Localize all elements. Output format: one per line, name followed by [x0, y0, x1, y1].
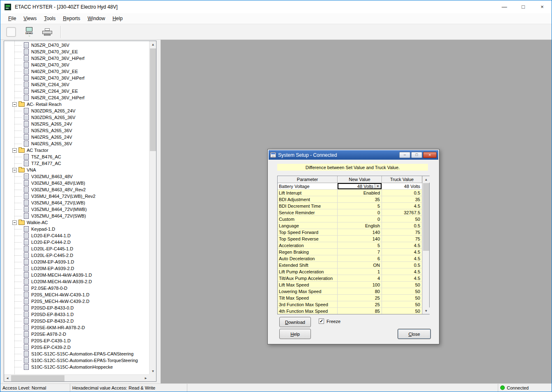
- dropdown-arrow-icon[interactable]: ▼: [375, 184, 381, 188]
- tree-item[interactable]: N40ZRS_A265_36V: [4, 140, 149, 147]
- scroll-right-icon[interactable]: ►: [143, 375, 149, 382]
- tree-item[interactable]: V30ZMU_B463_48V_Rev2: [4, 186, 149, 193]
- column-header-truck-value[interactable]: Truck Value: [382, 176, 422, 183]
- menu-views[interactable]: Views: [20, 14, 40, 23]
- download-button[interactable]: Download: [279, 317, 311, 327]
- collapse-icon[interactable]: [12, 102, 17, 107]
- new-value-combobox[interactable]: 48 Volts▼: [338, 183, 382, 190]
- maximize-button[interactable]: □: [514, 0, 533, 13]
- new-value[interactable]: 4: [338, 275, 382, 282]
- tree-item[interactable]: N45ZR_C264_36V: [4, 81, 149, 88]
- dialog-maximize-button[interactable]: □: [411, 152, 422, 158]
- tree-item[interactable]: P20S-EP-C439-2.D: [4, 344, 149, 351]
- tree-item[interactable]: N35ZRS_A265_36V: [4, 127, 149, 134]
- table-vertical-scrollbar[interactable]: ▲ ▼: [422, 176, 429, 314]
- tree-item[interactable]: V35ZMU_B464_72V(MWB): [4, 206, 149, 213]
- menu-window[interactable]: Window: [84, 14, 109, 23]
- new-value[interactable]: 5: [338, 242, 382, 249]
- tree-item[interactable]: N35ZR_D470_36V_EE: [4, 48, 149, 55]
- tree-item[interactable]: P20SD-EP-B433-2.D: [4, 318, 149, 324]
- table-vscroll-thumb[interactable]: [423, 183, 429, 251]
- tree-folder[interactable]: VNA: [4, 167, 149, 173]
- menu-help[interactable]: Help: [109, 14, 126, 23]
- scroll-down-icon[interactable]: ▼: [150, 368, 156, 374]
- dialog-title-bar[interactable]: System Setup - Connected – □ ×: [269, 150, 438, 160]
- demo-mode-button[interactable]: DEMO →: [23, 25, 36, 39]
- column-header-new-value[interactable]: New Value: [338, 176, 382, 183]
- new-value[interactable]: 5: [338, 203, 382, 209]
- collapse-icon[interactable]: [12, 220, 17, 225]
- tree-item[interactable]: N40ZR_D470_36V: [4, 62, 149, 68]
- new-value[interactable]: 100: [338, 282, 382, 288]
- tree-item[interactable]: LO20L-EP-C445-1.D: [4, 245, 149, 252]
- tree-folder[interactable]: AC- Retail Reach: [4, 101, 149, 108]
- tree-item[interactable]: LO20L-EP-C445-2.D: [4, 252, 149, 259]
- menu-reports[interactable]: Reports: [59, 14, 84, 23]
- tree-item[interactable]: LO20-EP-C444-2.D: [4, 239, 149, 245]
- tree-item[interactable]: LO20-EP-C444-1.D: [4, 232, 149, 239]
- tree-vertical-scrollbar[interactable]: ▲ ▼: [149, 41, 156, 374]
- tree-item[interactable]: S10C-S12C-S15C-AutomationHoppecke: [4, 364, 149, 370]
- tree-folder[interactable]: Walkie-AC: [4, 219, 149, 226]
- new-value[interactable]: 0: [338, 209, 382, 216]
- new-value[interactable]: 140: [338, 236, 382, 242]
- tree-item[interactable]: LO20M-EP-A939-1.D: [4, 259, 149, 265]
- help-button[interactable]: Help: [279, 329, 311, 339]
- tree-item[interactable]: N35ZRS_A265_24V: [4, 121, 149, 127]
- tree-item[interactable]: P20S-EP-C439-1.D: [4, 337, 149, 344]
- close-dialog-button[interactable]: Close: [398, 329, 431, 339]
- new-value[interactable]: Enabled: [338, 190, 382, 196]
- tree-item[interactable]: N40ZRS_A265_24V: [4, 134, 149, 140]
- new-value[interactable]: 7: [338, 249, 382, 255]
- table-scroll-up-icon[interactable]: ▲: [423, 176, 430, 183]
- tree-item[interactable]: P20S_MECH-4kW-C439-1.D: [4, 291, 149, 298]
- freeze-checkbox[interactable]: [319, 319, 324, 324]
- close-button[interactable]: ×: [533, 0, 552, 13]
- tree-item[interactable]: N30ZDRS_A265_36V: [4, 114, 149, 121]
- tree-item[interactable]: N45ZR_C264_36V_EE: [4, 88, 149, 94]
- new-value[interactable]: 35: [338, 196, 382, 203]
- tree-item[interactable]: P20SD-EP-B433-0.D: [4, 305, 149, 311]
- new-value[interactable]: 0: [338, 216, 382, 222]
- tree-item[interactable]: LO20M-EP-A939-2.D: [4, 265, 149, 272]
- tree-item[interactable]: Keypad-1.D: [4, 226, 149, 232]
- new-value[interactable]: 6: [338, 255, 382, 262]
- dialog-close-icon[interactable]: ×: [423, 152, 437, 158]
- tree-item[interactable]: V30ZMU_B463_48V(LWB): [4, 180, 149, 186]
- tree-item[interactable]: N35ZR_D470_36V: [4, 42, 149, 48]
- tree-hscroll-thumb[interactable]: [11, 375, 64, 381]
- tree-item[interactable]: N40ZR_D470_36V_EE: [4, 68, 149, 75]
- print-button[interactable]: [41, 25, 54, 39]
- tree-item[interactable]: P20SE-A978-2-D: [4, 331, 149, 337]
- new-value[interactable]: 1: [338, 268, 382, 275]
- tree-item[interactable]: V35MU_B464_72V(LWB)_Rev2: [4, 193, 149, 199]
- tree-horizontal-scrollbar[interactable]: ◄ ►: [4, 374, 149, 381]
- new-value[interactable]: 140: [338, 229, 382, 236]
- scroll-left-icon[interactable]: ◄: [4, 375, 11, 382]
- new-value[interactable]: ON: [338, 262, 382, 268]
- scroll-up-icon[interactable]: ▲: [150, 41, 156, 48]
- tree-item[interactable]: P20S_MECH-4kW-C439-2.D: [4, 298, 149, 305]
- tree-item[interactable]: N45ZR_C264_36V_HiPerf: [4, 94, 149, 101]
- collapse-icon[interactable]: [12, 148, 17, 153]
- tree-item[interactable]: N40ZR_D470_36V_HiPerf: [4, 75, 149, 81]
- tree-item[interactable]: V35ZMU_B464_72V(SWB): [4, 213, 149, 219]
- new-value[interactable]: 25: [338, 295, 382, 301]
- tree-item[interactable]: P2.0SE-A978-0-D: [4, 285, 149, 291]
- menu-file[interactable]: File: [5, 14, 20, 23]
- tree-item[interactable]: T5Z_B476_AC: [4, 154, 149, 160]
- tree-item[interactable]: S10C-S12C-S15C-Automation-EPAS-TorqueSte…: [4, 357, 149, 364]
- tree-folder[interactable]: AC Tractor: [4, 147, 149, 154]
- dialog-minimize-button[interactable]: –: [399, 152, 410, 158]
- column-header-parameter[interactable]: Parameter: [278, 176, 338, 183]
- tree-item[interactable]: LO20M-MECH-4kW-A939-1.D: [4, 272, 149, 278]
- new-value[interactable]: 85: [338, 308, 382, 314]
- tree-vscroll-thumb[interactable]: [150, 48, 156, 151]
- new-file-button[interactable]: [5, 25, 18, 39]
- new-value[interactable]: English: [338, 222, 382, 229]
- tree-item[interactable]: P20SE-6KM-HR-A978-2-D: [4, 324, 149, 331]
- tree-item[interactable]: N35ZR_D470_36V_HiPerf: [4, 55, 149, 62]
- tree-item[interactable]: V35ZMU_B464_72V(LWB): [4, 199, 149, 206]
- table-scroll-down-icon[interactable]: ▼: [423, 307, 430, 314]
- tree-item[interactable]: P20SD-EP-B433-1.D: [4, 311, 149, 318]
